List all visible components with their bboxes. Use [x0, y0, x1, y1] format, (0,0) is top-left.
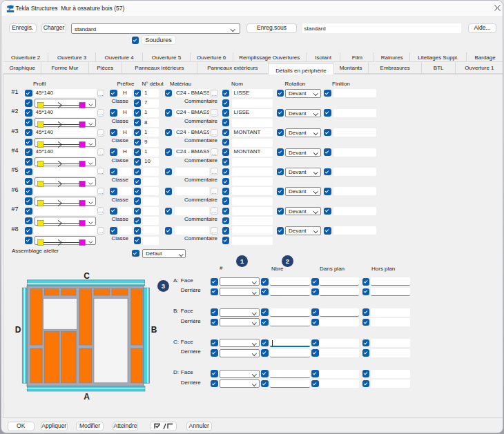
svg-text:B: B — [151, 325, 157, 335]
svg-text:A: A — [84, 392, 90, 402]
svg-text:D: D — [15, 325, 21, 335]
svg-text:C: C — [84, 271, 90, 281]
